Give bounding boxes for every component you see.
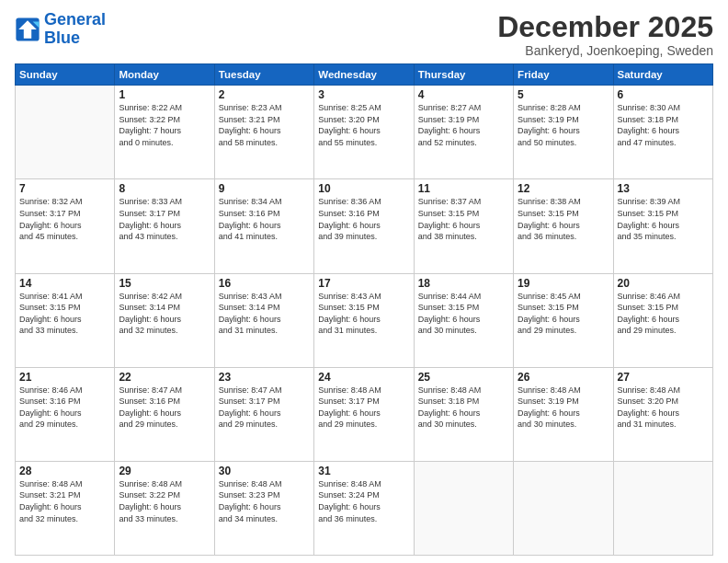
day-number: 19 xyxy=(518,277,609,290)
day-number: 22 xyxy=(119,371,210,384)
calendar-week-row: 1Sunrise: 8:22 AM Sunset: 3:22 PM Daylig… xyxy=(16,86,713,179)
day-number: 18 xyxy=(418,277,509,290)
day-info: Sunrise: 8:48 AM Sunset: 3:19 PM Dayligh… xyxy=(518,385,609,431)
day-info: Sunrise: 8:43 AM Sunset: 3:14 PM Dayligh… xyxy=(219,291,310,337)
calendar-cell: 12Sunrise: 8:38 AM Sunset: 3:15 PM Dayli… xyxy=(514,179,613,273)
day-info: Sunrise: 8:48 AM Sunset: 3:21 PM Dayligh… xyxy=(19,478,110,524)
day-info: Sunrise: 8:23 AM Sunset: 3:21 PM Dayligh… xyxy=(219,102,310,148)
day-info: Sunrise: 8:48 AM Sunset: 3:17 PM Dayligh… xyxy=(318,385,409,431)
calendar-cell: 13Sunrise: 8:39 AM Sunset: 3:15 PM Dayli… xyxy=(613,179,712,273)
calendar-cell: 18Sunrise: 8:44 AM Sunset: 3:15 PM Dayli… xyxy=(414,273,513,367)
day-number: 23 xyxy=(219,371,310,384)
calendar-cell: 4Sunrise: 8:27 AM Sunset: 3:19 PM Daylig… xyxy=(414,86,513,179)
calendar-cell: 22Sunrise: 8:47 AM Sunset: 3:16 PM Dayli… xyxy=(115,367,214,461)
day-number: 24 xyxy=(318,371,409,384)
calendar-cell: 26Sunrise: 8:48 AM Sunset: 3:19 PM Dayli… xyxy=(514,367,613,461)
day-number: 6 xyxy=(618,88,709,101)
calendar-cell: 5Sunrise: 8:28 AM Sunset: 3:19 PM Daylig… xyxy=(514,86,613,179)
day-info: Sunrise: 8:33 AM Sunset: 3:17 PM Dayligh… xyxy=(119,196,210,242)
day-info: Sunrise: 8:38 AM Sunset: 3:15 PM Dayligh… xyxy=(518,196,609,242)
day-info: Sunrise: 8:34 AM Sunset: 3:16 PM Dayligh… xyxy=(219,196,310,242)
calendar-cell: 17Sunrise: 8:43 AM Sunset: 3:15 PM Dayli… xyxy=(314,273,414,367)
col-header-tuesday: Tuesday xyxy=(214,64,313,86)
day-info: Sunrise: 8:25 AM Sunset: 3:20 PM Dayligh… xyxy=(318,102,409,148)
page: General Blue December 2025 Bankeryd, Joe… xyxy=(0,0,728,563)
calendar-cell: 16Sunrise: 8:43 AM Sunset: 3:14 PM Dayli… xyxy=(214,273,313,367)
calendar-cell: 23Sunrise: 8:47 AM Sunset: 3:17 PM Dayli… xyxy=(214,367,313,461)
calendar-week-row: 7Sunrise: 8:32 AM Sunset: 3:17 PM Daylig… xyxy=(16,179,713,273)
subtitle: Bankeryd, Joenkoeping, Sweden xyxy=(497,43,713,58)
calendar-cell: 3Sunrise: 8:25 AM Sunset: 3:20 PM Daylig… xyxy=(314,86,414,179)
calendar-cell: 9Sunrise: 8:34 AM Sunset: 3:16 PM Daylig… xyxy=(214,179,313,273)
day-number: 10 xyxy=(318,182,409,195)
day-number: 5 xyxy=(518,88,609,101)
calendar-header-row: SundayMondayTuesdayWednesdayThursdayFrid… xyxy=(16,64,713,86)
calendar-cell: 25Sunrise: 8:48 AM Sunset: 3:18 PM Dayli… xyxy=(414,367,513,461)
day-info: Sunrise: 8:46 AM Sunset: 3:15 PM Dayligh… xyxy=(618,291,709,337)
calendar-cell: 29Sunrise: 8:48 AM Sunset: 3:22 PM Dayli… xyxy=(115,461,214,555)
day-number: 16 xyxy=(219,277,310,290)
calendar-cell: 19Sunrise: 8:45 AM Sunset: 3:15 PM Dayli… xyxy=(514,273,613,367)
logo-text: General Blue xyxy=(44,11,106,48)
day-number: 25 xyxy=(418,371,509,384)
day-info: Sunrise: 8:27 AM Sunset: 3:19 PM Dayligh… xyxy=(418,102,509,148)
day-info: Sunrise: 8:32 AM Sunset: 3:17 PM Dayligh… xyxy=(19,196,110,242)
calendar-cell: 1Sunrise: 8:22 AM Sunset: 3:22 PM Daylig… xyxy=(115,86,214,179)
calendar-cell: 31Sunrise: 8:48 AM Sunset: 3:24 PM Dayli… xyxy=(314,461,414,555)
day-info: Sunrise: 8:36 AM Sunset: 3:16 PM Dayligh… xyxy=(318,196,409,242)
day-number: 1 xyxy=(119,88,210,101)
day-info: Sunrise: 8:44 AM Sunset: 3:15 PM Dayligh… xyxy=(418,291,509,337)
day-number: 8 xyxy=(119,182,210,195)
day-info: Sunrise: 8:43 AM Sunset: 3:15 PM Dayligh… xyxy=(318,291,409,337)
col-header-saturday: Saturday xyxy=(613,64,712,86)
calendar-cell: 28Sunrise: 8:48 AM Sunset: 3:21 PM Dayli… xyxy=(16,461,115,555)
day-number: 27 xyxy=(618,371,709,384)
calendar-cell xyxy=(613,461,712,555)
calendar-cell: 7Sunrise: 8:32 AM Sunset: 3:17 PM Daylig… xyxy=(16,179,115,273)
calendar-cell: 11Sunrise: 8:37 AM Sunset: 3:15 PM Dayli… xyxy=(414,179,513,273)
calendar-week-row: 14Sunrise: 8:41 AM Sunset: 3:15 PM Dayli… xyxy=(16,273,713,367)
col-header-sunday: Sunday xyxy=(16,64,115,86)
day-number: 12 xyxy=(518,182,609,195)
calendar-cell: 27Sunrise: 8:48 AM Sunset: 3:20 PM Dayli… xyxy=(613,367,712,461)
calendar-cell: 8Sunrise: 8:33 AM Sunset: 3:17 PM Daylig… xyxy=(115,179,214,273)
day-info: Sunrise: 8:48 AM Sunset: 3:23 PM Dayligh… xyxy=(219,478,310,524)
day-info: Sunrise: 8:48 AM Sunset: 3:20 PM Dayligh… xyxy=(618,385,709,431)
logo-line1: General xyxy=(44,10,106,29)
calendar-cell: 15Sunrise: 8:42 AM Sunset: 3:14 PM Dayli… xyxy=(115,273,214,367)
day-info: Sunrise: 8:22 AM Sunset: 3:22 PM Dayligh… xyxy=(119,102,210,148)
day-info: Sunrise: 8:42 AM Sunset: 3:14 PM Dayligh… xyxy=(119,291,210,337)
calendar-cell xyxy=(16,86,115,179)
day-number: 14 xyxy=(19,277,110,290)
day-info: Sunrise: 8:45 AM Sunset: 3:15 PM Dayligh… xyxy=(518,291,609,337)
day-info: Sunrise: 8:28 AM Sunset: 3:19 PM Dayligh… xyxy=(518,102,609,148)
day-info: Sunrise: 8:46 AM Sunset: 3:16 PM Dayligh… xyxy=(19,385,110,431)
day-info: Sunrise: 8:48 AM Sunset: 3:24 PM Dayligh… xyxy=(318,478,409,524)
day-number: 17 xyxy=(318,277,409,290)
calendar-cell: 10Sunrise: 8:36 AM Sunset: 3:16 PM Dayli… xyxy=(314,179,414,273)
col-header-monday: Monday xyxy=(115,64,214,86)
day-number: 13 xyxy=(618,182,709,195)
calendar-cell: 20Sunrise: 8:46 AM Sunset: 3:15 PM Dayli… xyxy=(613,273,712,367)
day-info: Sunrise: 8:37 AM Sunset: 3:15 PM Dayligh… xyxy=(418,196,509,242)
day-info: Sunrise: 8:39 AM Sunset: 3:15 PM Dayligh… xyxy=(618,196,709,242)
calendar-cell: 2Sunrise: 8:23 AM Sunset: 3:21 PM Daylig… xyxy=(214,86,313,179)
day-number: 28 xyxy=(19,465,110,477)
col-header-friday: Friday xyxy=(514,64,613,86)
calendar-cell xyxy=(514,461,613,555)
main-title: December 2025 xyxy=(497,11,713,43)
calendar-cell: 24Sunrise: 8:48 AM Sunset: 3:17 PM Dayli… xyxy=(314,367,414,461)
day-number: 15 xyxy=(119,277,210,290)
logo: General Blue xyxy=(15,11,106,48)
logo-icon xyxy=(15,17,40,42)
day-info: Sunrise: 8:41 AM Sunset: 3:15 PM Dayligh… xyxy=(19,291,110,337)
day-info: Sunrise: 8:47 AM Sunset: 3:17 PM Dayligh… xyxy=(219,385,310,431)
day-number: 26 xyxy=(518,371,609,384)
day-number: 4 xyxy=(418,88,509,101)
calendar-week-row: 28Sunrise: 8:48 AM Sunset: 3:21 PM Dayli… xyxy=(16,461,713,555)
title-block: December 2025 Bankeryd, Joenkoeping, Swe… xyxy=(497,11,713,58)
day-info: Sunrise: 8:48 AM Sunset: 3:18 PM Dayligh… xyxy=(418,385,509,431)
calendar-cell: 30Sunrise: 8:48 AM Sunset: 3:23 PM Dayli… xyxy=(214,461,313,555)
day-number: 30 xyxy=(219,465,310,477)
day-number: 2 xyxy=(219,88,310,101)
